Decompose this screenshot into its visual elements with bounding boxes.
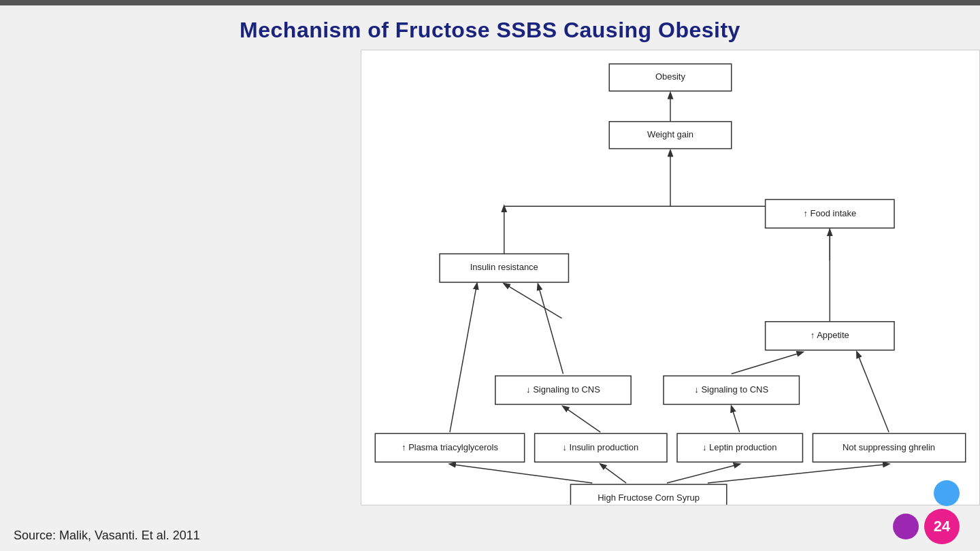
source-text: Source: Malik, Vasanti. Et al. 2011 xyxy=(14,529,200,543)
appetite-label: ↑ Appetite xyxy=(811,330,849,340)
dot-purple xyxy=(893,514,919,539)
plasma-tri-label: ↑ Plasma triacylglycerols xyxy=(402,442,498,452)
page-container: Mechanism of Fructose SSBS Causing Obesi… xyxy=(0,0,980,551)
top-bar xyxy=(0,0,980,5)
diagram-container: .box { fill: white; stroke: #333; stroke… xyxy=(361,50,980,505)
slide-number-badge: 24 xyxy=(924,509,960,544)
insulin-prod-label: ↓ Insulin production xyxy=(563,442,639,452)
leptin-prod-label: ↓ Leptin production xyxy=(702,442,777,452)
weight-gain-label: Weight gain xyxy=(647,129,693,139)
nav-dots: 24 xyxy=(893,480,960,544)
obesity-label: Obesity xyxy=(655,71,685,82)
arrow-sig1-up xyxy=(538,284,564,374)
sig-cns1-label: ↓ Signaling to CNS xyxy=(526,384,600,395)
food-intake-label: ↑ Food intake xyxy=(803,208,856,218)
arrow-hfcs-gh xyxy=(708,464,889,483)
arrow-lp-sig2 xyxy=(732,406,740,432)
arrow-pt-ir xyxy=(450,284,477,432)
nav-row-top xyxy=(934,480,960,506)
arrow-hfcs-pt xyxy=(450,464,592,483)
nav-row-bottom: 24 xyxy=(893,509,960,544)
hfcs-label: High Fructose Corn Syrup xyxy=(598,492,700,503)
arrow-ip-sig1 xyxy=(563,406,600,432)
insulin-resistance-label: Insulin resistance xyxy=(470,262,538,272)
sig-cns2-label: ↓ Signaling to CNS xyxy=(694,384,768,395)
diagram-svg: .box { fill: white; stroke: #333; stroke… xyxy=(361,50,979,505)
ghrelin-label: Not suppressing ghrelin xyxy=(843,442,935,452)
arrow-hfcs-lp xyxy=(667,464,740,483)
page-title: Mechanism of Fructose SSBS Causing Obesi… xyxy=(0,18,980,43)
dot-blue xyxy=(934,480,960,506)
arrow-sig1-ir xyxy=(504,284,562,318)
arrow-hfcs-ip xyxy=(600,464,626,483)
arrow-sig2-app xyxy=(732,352,803,374)
arrow-gh-app xyxy=(857,352,889,433)
